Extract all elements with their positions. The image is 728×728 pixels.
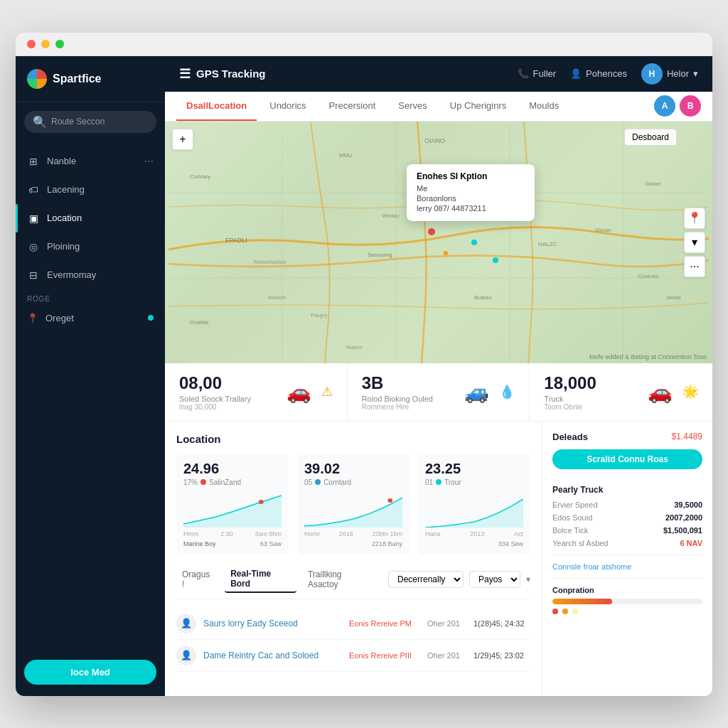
bottom-tab-oragus[interactable]: Oragus ! bbox=[176, 567, 219, 592]
sidebar-item-location[interactable]: ▣ Location bbox=[16, 204, 165, 232]
chart-dot-1 bbox=[200, 479, 206, 485]
filter-select-2[interactable]: Payos bbox=[469, 571, 520, 588]
activity-name-1[interactable]: Saurs lorry Eady Sceeod bbox=[203, 619, 342, 628]
stat-label-1: Soled Soock Trallary bbox=[179, 395, 277, 403]
route-label: Oreget bbox=[46, 313, 74, 323]
chart-value-2: 39.02 bbox=[304, 461, 402, 477]
close-button[interactable] bbox=[27, 40, 36, 48]
map-container: FPADLI Seoourng Verdac Bulban HALZC Vona… bbox=[165, 122, 712, 363]
sidebar: Spartfice 🔍 ⊞ Nanble ··· 🏷 Lacening ▣ bbox=[16, 56, 165, 696]
top-navbar: ☰ GPS Tracking 📞 Fuller 👤 Pohences H bbox=[165, 56, 712, 92]
more-options-button[interactable]: ··· bbox=[684, 256, 705, 277]
main-content: ☰ GPS Tracking 📞 Fuller 👤 Pohences H bbox=[165, 56, 712, 696]
chart-label-2: 05 Corntard bbox=[304, 478, 402, 486]
sidebar-item-ploining[interactable]: ◎ Ploining bbox=[16, 232, 165, 261]
stat-text-2: 3B Rolod Bioking Ouled Rommens Hire bbox=[362, 373, 455, 411]
window-titlebar bbox=[16, 33, 712, 56]
chart-area-1 bbox=[183, 492, 282, 528]
map-controls: + bbox=[172, 129, 193, 150]
stat-number-2: 3B bbox=[362, 373, 455, 393]
sidebar-logo: Spartfice bbox=[16, 56, 165, 102]
avatar-tab-2: B bbox=[680, 95, 701, 117]
chart-bottom-3: 334 Sew bbox=[425, 540, 523, 547]
stat-card-3: 18,000 Truck Toom Obnle 🚗 🌟 bbox=[530, 363, 712, 421]
completion-section: Conpration bbox=[552, 586, 702, 614]
stat-number-1: 08,00 bbox=[179, 373, 277, 393]
search-input[interactable] bbox=[51, 117, 148, 127]
minimize-button[interactable] bbox=[41, 40, 50, 48]
sidebar-section-label: Roge bbox=[16, 289, 165, 306]
mini-chart-3: 23.25 01 Trour bbox=[418, 454, 530, 555]
sidebar-item-label: Nanble bbox=[47, 156, 76, 166]
sidebar-item-evermomay[interactable]: ⊟ Evermomay bbox=[16, 261, 165, 289]
panel-link[interactable]: Connsle froar atshome bbox=[552, 562, 702, 571]
filter-select-1[interactable]: Decerrenally bbox=[388, 571, 464, 588]
svg-text:Grahita: Grahita bbox=[190, 319, 209, 326]
svg-text:Seoourng: Seoourng bbox=[368, 252, 392, 258]
select-route-button[interactable]: Scraltd Connu Roas bbox=[552, 449, 702, 469]
app-name: Spartfice bbox=[53, 73, 101, 85]
stat-warning-icon: ⚠ bbox=[321, 384, 333, 400]
completion-bar-bg bbox=[552, 599, 702, 604]
stat-water-icon: 💧 bbox=[499, 384, 515, 400]
bottom-tab-trailing[interactable]: Traillking Asactoy bbox=[302, 567, 377, 592]
tab-dsalllocation[interactable]: DsallLocation bbox=[176, 92, 257, 121]
activity-row-1: 👤 Saurs lorry Eady Sceeod Eonis Rereive … bbox=[176, 608, 530, 640]
more-icon: ··· bbox=[144, 155, 154, 168]
route-item[interactable]: 📍 Oreget bbox=[16, 306, 165, 331]
locate-button[interactable]: loce Med bbox=[24, 660, 156, 685]
location-icon: ▣ bbox=[27, 212, 40, 225]
sidebar-item-lacening[interactable]: 🏷 Lacening bbox=[16, 176, 165, 204]
bottom-tab-realtime[interactable]: Real-Time Bord bbox=[225, 566, 296, 593]
chart-bottom-1: Marine Boy 63 Saw bbox=[183, 540, 282, 547]
tab-serves[interactable]: Serves bbox=[388, 92, 437, 121]
sidebar-item-label: Ploining bbox=[47, 241, 80, 252]
dashboard-button[interactable]: Desboard bbox=[624, 129, 677, 146]
stat-label-3: Truck bbox=[544, 395, 638, 403]
map-right-controls: 📍 ▾ ··· bbox=[684, 208, 705, 277]
panel-row-4: Yearch sl Asbed 6 NAV bbox=[552, 539, 702, 547]
svg-text:MNU: MNU bbox=[339, 152, 352, 159]
tab-precersiont[interactable]: Precersiont bbox=[319, 92, 386, 121]
svg-text:CisMary: CisMary bbox=[190, 173, 210, 180]
chart-value-1: 24.96 bbox=[183, 461, 282, 477]
sidebar-item-label: Lacening bbox=[47, 184, 85, 195]
svg-point-27 bbox=[259, 500, 264, 504]
svg-text:OtANO: OtANO bbox=[424, 137, 445, 144]
svg-point-28 bbox=[387, 498, 392, 503]
svg-text:Nelseh: Nelseh bbox=[268, 294, 286, 301]
maximize-button[interactable] bbox=[55, 40, 64, 48]
sidebar-item-nanble[interactable]: ⊞ Nanble ··· bbox=[16, 147, 165, 176]
location-section-title: Location bbox=[176, 433, 530, 445]
phone-action[interactable]: 📞 Fuller bbox=[518, 68, 557, 79]
tab-moulds[interactable]: Moulds bbox=[519, 92, 569, 121]
zoom-in-button[interactable]: + bbox=[172, 129, 193, 150]
profile-action[interactable]: H Helor ▾ bbox=[641, 63, 698, 85]
location-pin-button[interactable]: 📍 bbox=[684, 208, 705, 229]
chevron-down-icon-filter: ▾ bbox=[526, 574, 530, 584]
chevron-down-button[interactable]: ▾ bbox=[684, 232, 705, 253]
user-action[interactable]: 👤 Pohences bbox=[570, 68, 627, 79]
svg-text:Vonan: Vonan bbox=[595, 227, 611, 233]
map-tooltip: Enohes SI Kption Me Boraonlons lerry 087… bbox=[407, 164, 535, 221]
panel-row-2: Edos Souid 2007,2000 bbox=[552, 513, 702, 522]
activity-table: 👤 Saurs lorry Eady Sceeod Eonis Rereive … bbox=[176, 608, 530, 672]
svg-point-8 bbox=[493, 257, 498, 263]
planning-icon: ◎ bbox=[27, 240, 40, 253]
truck-section-title: Pearly Truck bbox=[552, 485, 702, 495]
logo-icon bbox=[27, 69, 47, 89]
right-panel-header: Deleads $1.4489 bbox=[552, 432, 702, 442]
mini-chart-2: 39.02 05 Corntard bbox=[297, 454, 410, 555]
stat-sub-1: lnag 30,000 bbox=[179, 403, 277, 411]
stat-text-1: 08,00 Soled Soock Trallary lnag 30,000 bbox=[179, 373, 277, 411]
stat-sub-2: Rommens Hire bbox=[362, 403, 455, 411]
activity-time-2: 1/29)45; 23:02 bbox=[473, 651, 530, 660]
page-title: ☰ GPS Tracking bbox=[179, 66, 266, 82]
panel-value-1: 39,5000 bbox=[674, 500, 702, 509]
sidebar-search[interactable]: 🔍 bbox=[24, 111, 156, 133]
avatar-main: H bbox=[641, 63, 663, 85]
stat-label-2: Rolod Bioking Ouled bbox=[362, 395, 455, 403]
activity-name-2[interactable]: Dame Reintry Cac and Soloed bbox=[203, 651, 342, 660]
tab-up-cheriginrs[interactable]: Up Cheriginrs bbox=[440, 92, 516, 121]
tab-undorics[interactable]: Undorics bbox=[259, 92, 316, 121]
